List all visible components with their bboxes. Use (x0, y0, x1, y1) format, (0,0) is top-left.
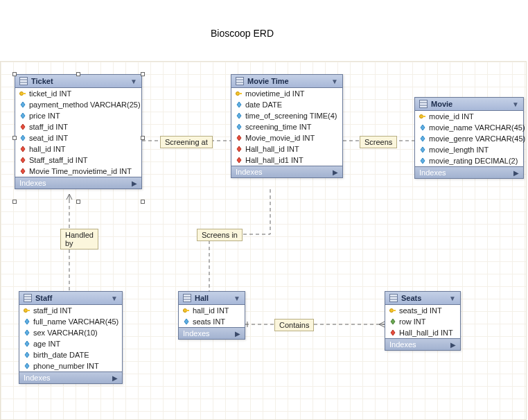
attribute-row[interactable]: time_of_screening TIME(4) (231, 110, 342, 121)
attribute-row[interactable]: ticket_id INT (15, 88, 141, 99)
entity-header[interactable]: Staff ▼ (19, 292, 122, 305)
attribute-row[interactable]: seat_id INT (15, 132, 141, 143)
entity-seats[interactable]: Seats ▼ seats_id INTrow INTHall_hall_id … (385, 291, 461, 351)
attribute-row[interactable]: movie_name VARCHAR(45) (415, 122, 523, 133)
entity-name: Hall (195, 294, 209, 302)
expand-icon[interactable]: ▶ (513, 169, 519, 177)
resize-handle[interactable] (76, 200, 80, 204)
resize-handle[interactable] (141, 200, 145, 204)
expand-icon[interactable]: ▶ (132, 180, 137, 187)
column-icon (24, 340, 30, 347)
column-icon (24, 351, 30, 358)
collapse-icon[interactable]: ▼ (234, 295, 240, 302)
entity-body: ticket_id INTpayment_method VARCHAR(25)p… (15, 88, 141, 177)
collapse-icon[interactable]: ▼ (449, 295, 456, 302)
attribute-row[interactable]: full_name VARCHAR(45) (19, 316, 122, 327)
attribute-row[interactable]: phone_number INT (19, 360, 122, 371)
entity-indexes[interactable]: Indexes ▶ (19, 371, 122, 383)
entity-indexes[interactable]: Indexes ▶ (385, 338, 460, 350)
relation-screening-at[interactable]: Screening at (160, 136, 213, 148)
expand-icon[interactable]: ▶ (333, 168, 338, 176)
attribute-text: Hall_hall_id INT (245, 145, 299, 153)
attribute-row[interactable]: movie_genre VARCHAR(45) (415, 133, 523, 144)
entity-header[interactable]: Movie Time ▼ (231, 75, 342, 88)
attribute-row[interactable]: movietime_id INT (231, 88, 342, 99)
table-icon (19, 77, 28, 85)
attribute-text: Hall_hall_id1 INT (245, 156, 303, 164)
attribute-text: movie_genre VARCHAR(45) (429, 134, 525, 143)
collapse-icon[interactable]: ▼ (331, 78, 338, 85)
attribute-row[interactable]: Movie_movie_id INT (231, 132, 342, 143)
foreign-key-icon (19, 168, 26, 175)
attribute-row[interactable]: Staff_staff_id INT (15, 155, 141, 166)
entity-body: seats_id INTrow INTHall_hall_id INT (385, 305, 460, 338)
entity-body: hall_id INTseats INT (179, 305, 245, 327)
attribute-row[interactable]: date DATE (231, 99, 342, 110)
entity-indexes[interactable]: Indexes ▶ (179, 327, 245, 339)
collapse-icon[interactable]: ▼ (111, 295, 118, 302)
resize-handle[interactable] (12, 200, 17, 204)
attribute-row[interactable]: birth_date DATE (19, 349, 122, 360)
relation-handled-by[interactable]: Handled by (60, 229, 98, 250)
attribute-row[interactable]: movie_rating DECIMAL(2) (415, 155, 523, 166)
entity-header[interactable]: Hall ▼ (179, 292, 245, 305)
resize-handle[interactable] (76, 72, 80, 76)
attribute-row[interactable]: hall_id INT (15, 143, 141, 155)
indexes-label: Indexes (419, 168, 446, 177)
attribute-row[interactable]: payment_method VARCHAR(25) (15, 99, 141, 110)
attribute-row[interactable]: movie_length INT (415, 144, 523, 155)
entity-hall[interactable]: Hall ▼ hall_id INTseats INT Indexes ▶ (178, 291, 245, 340)
attribute-row[interactable]: hall_id INT (179, 305, 245, 316)
resize-handle[interactable] (141, 136, 145, 140)
table-icon (419, 100, 428, 108)
entity-movietime[interactable]: Movie Time ▼ movietime_id INTdate DATEti… (231, 74, 343, 178)
entity-indexes[interactable]: Indexes ▶ (15, 177, 141, 189)
attribute-text: hall_id INT (193, 306, 229, 315)
relation-screens-in[interactable]: Screens in (197, 229, 243, 241)
attribute-text: age INT (33, 340, 60, 348)
entity-header[interactable]: Movie ▼ (415, 98, 523, 111)
resize-handle[interactable] (141, 72, 145, 76)
svg-rect-9 (236, 78, 244, 85)
attribute-text: movie_rating DECIMAL(2) (429, 157, 518, 165)
attribute-row[interactable]: screening_time INT (231, 121, 342, 132)
collapse-icon[interactable]: ▼ (512, 100, 519, 108)
attribute-row[interactable]: Hall_hall_id INT (231, 143, 342, 155)
table-icon (24, 294, 32, 302)
attribute-row[interactable]: Hall_hall_id1 INT (231, 155, 342, 166)
attribute-text: payment_method VARCHAR(25) (29, 100, 141, 109)
entity-movie[interactable]: Movie ▼ movie_id INTmovie_name VARCHAR(4… (414, 97, 524, 179)
relation-screens[interactable]: Screens (360, 136, 397, 148)
entity-name: Ticket (31, 77, 53, 85)
attribute-row[interactable]: age INT (19, 338, 122, 349)
column-icon (236, 123, 243, 130)
attribute-row[interactable]: Hall_hall_id INT (385, 327, 460, 338)
expand-icon[interactable]: ▶ (112, 374, 118, 382)
relation-contains[interactable]: Contains (274, 319, 314, 331)
resize-handle[interactable] (12, 136, 17, 140)
attribute-row[interactable]: movie_id INT (415, 111, 523, 122)
resize-handle[interactable] (12, 72, 17, 76)
svg-rect-19 (24, 295, 32, 302)
entity-name: Movie (431, 100, 452, 108)
entity-header[interactable]: Seats ▼ (385, 292, 460, 305)
entity-staff[interactable]: Staff ▼ staff_id INTfull_name VARCHAR(45… (19, 291, 123, 384)
attribute-row[interactable]: seats INT (179, 316, 245, 327)
attribute-row[interactable]: staff_id INT (19, 305, 122, 316)
collapse-icon[interactable]: ▼ (130, 78, 137, 85)
attribute-row[interactable]: price INT (15, 110, 141, 121)
attribute-text: movie_name VARCHAR(45) (429, 123, 525, 132)
attribute-row[interactable]: Movie Time_movietime_id INT (15, 166, 141, 177)
entity-body: movietime_id INTdate DATEtime_of_screeni… (231, 88, 342, 166)
entity-indexes[interactable]: Indexes ▶ (231, 166, 342, 177)
attribute-row[interactable]: sex VARCHAR(10) (19, 327, 122, 338)
entity-ticket[interactable]: Ticket ▼ ticket_id INTpayment_method VAR… (15, 74, 142, 189)
key-icon (419, 113, 426, 120)
expand-icon[interactable]: ▶ (235, 330, 240, 338)
attribute-row[interactable]: seats_id INT (385, 305, 460, 316)
expand-icon[interactable]: ▶ (450, 341, 456, 349)
attribute-row[interactable]: staff_id INT (15, 121, 141, 132)
entity-indexes[interactable]: Indexes ▶ (415, 166, 523, 178)
attribute-row[interactable]: row INT (385, 316, 460, 327)
entity-header[interactable]: Ticket ▼ (15, 75, 141, 88)
